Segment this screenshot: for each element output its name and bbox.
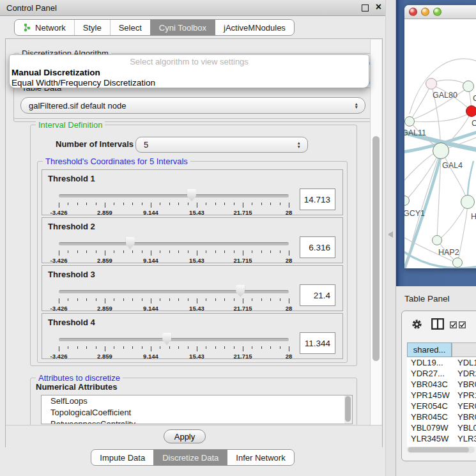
slider-ticks bbox=[59, 346, 289, 352]
cell-shared-name: YBL079W bbox=[407, 423, 452, 433]
slider-thumb[interactable] bbox=[162, 333, 171, 345]
network-node[interactable] bbox=[404, 116, 415, 127]
threshold-label: Threshold 2 bbox=[48, 222, 95, 231]
cell-shared-name: YPR145W bbox=[407, 390, 452, 400]
slider-track[interactable] bbox=[59, 338, 289, 341]
table-panel-title: Table Panel bbox=[404, 294, 450, 303]
app-root: Control Panel × NetworkStyleSelectCyni T… bbox=[0, 0, 476, 476]
algorithm-dropdown-popup: Select algorithm to view settings Manual… bbox=[9, 54, 369, 88]
network-node[interactable] bbox=[432, 235, 442, 245]
cell-shared-name: YDR27... bbox=[407, 369, 452, 378]
table-header-row: shared...na bbox=[407, 342, 476, 357]
table-row[interactable]: YER054CYER0 bbox=[407, 401, 476, 411]
panel-splitter[interactable] bbox=[385, 0, 396, 476]
network-node[interactable] bbox=[452, 257, 463, 268]
network-node[interactable] bbox=[426, 78, 437, 89]
network-node[interactable] bbox=[433, 142, 449, 159]
bottom-tab-row: Impute DataDiscretize DataInfer Network bbox=[0, 447, 385, 476]
tab-network[interactable]: Network bbox=[15, 20, 74, 35]
network-node[interactable] bbox=[461, 195, 475, 209]
number-of-intervals-label: Number of Intervals bbox=[56, 139, 134, 149]
apply-strip: Apply bbox=[6, 425, 382, 447]
threshold-panel: Threshold 2 -3.4262.8599.14415.4321.7152… bbox=[42, 217, 343, 263]
table-row[interactable]: YBR045CYBR0 bbox=[407, 411, 476, 422]
group-title-thresholds: Threshold's Coordinates for 5 Intervals bbox=[43, 157, 190, 166]
slider-track[interactable] bbox=[59, 290, 289, 293]
threshold-slider[interactable]: -3.4262.8599.14415.4321.71528 bbox=[59, 282, 289, 311]
tab-infer-network[interactable]: Infer Network bbox=[227, 450, 293, 465]
threshold-slider[interactable]: -3.4262.8599.14415.4321.71528 bbox=[59, 234, 289, 263]
zoom-traffic-light-icon[interactable] bbox=[433, 8, 441, 16]
table-data-group: Table Data galFiltered.sif default node … bbox=[13, 88, 371, 119]
network-node-label: GAL11 bbox=[404, 128, 426, 137]
gear-icon[interactable] bbox=[411, 318, 423, 330]
close-traffic-light-icon[interactable] bbox=[409, 8, 417, 16]
slider-thumb[interactable] bbox=[236, 285, 245, 297]
numerical-attributes-label: Numerical Attributes bbox=[36, 382, 117, 392]
scrollbar-thumb[interactable] bbox=[408, 447, 469, 452]
interval-definition-group: Interval Definition Number of Intervals … bbox=[30, 125, 357, 366]
column-header-shared-name[interactable]: shared... bbox=[407, 342, 452, 357]
network-node-label: GCY1 bbox=[404, 209, 425, 218]
group-title-attributes: Attributes to discretize bbox=[36, 373, 123, 383]
slider-thumb[interactable] bbox=[126, 237, 135, 249]
threshold-value-field[interactable]: 21.4 bbox=[300, 284, 335, 306]
network-node[interactable] bbox=[463, 81, 474, 92]
apply-button[interactable]: Apply bbox=[164, 429, 206, 443]
minimize-traffic-light-icon[interactable] bbox=[421, 8, 429, 16]
algorithm-option[interactable]: Manual Discretization bbox=[10, 68, 369, 78]
horizontal-scrollbar[interactable] bbox=[407, 447, 475, 453]
tab-select[interactable]: Select bbox=[110, 20, 150, 35]
slider-tick-labels: -3.4262.8599.14415.4321.71528 bbox=[59, 305, 289, 312]
checkbox-checked-icon[interactable] bbox=[459, 321, 466, 328]
tab-jactivemnodules[interactable]: jActiveMNodules bbox=[215, 20, 294, 35]
slider-track[interactable] bbox=[59, 242, 289, 245]
network-canvas[interactable]: GAL80GCGAL11GAL4GCY1HHAP2 bbox=[404, 19, 476, 268]
table-data-select[interactable]: galFiltered.sif default node ▲▼ bbox=[20, 97, 365, 114]
column-header-name[interactable]: na bbox=[452, 342, 476, 357]
split-columns-icon[interactable] bbox=[431, 318, 444, 330]
tab-style[interactable]: Style bbox=[74, 20, 110, 35]
slider-track[interactable] bbox=[59, 194, 289, 197]
network-node[interactable] bbox=[466, 105, 476, 117]
scrollbar-thumb[interactable] bbox=[372, 136, 380, 361]
right-column: GAL80GCGAL11GAL4GCY1HHAP2 Table Panel bbox=[396, 0, 476, 476]
attribute-item[interactable]: TopologicalCoefficient bbox=[42, 407, 352, 418]
threshold-value-field[interactable]: 6.316 bbox=[300, 236, 335, 258]
threshold-value-field[interactable]: 14.713 bbox=[300, 188, 335, 210]
threshold-value-field[interactable]: 11.344 bbox=[300, 332, 335, 354]
list-scrollbar[interactable] bbox=[344, 395, 352, 424]
slider-thumb[interactable] bbox=[187, 189, 196, 201]
table-row[interactable]: YBR043CYBR0 bbox=[407, 379, 476, 390]
numerical-attributes-list[interactable]: SelfLoopsTopologicalCoefficientBetweenne… bbox=[41, 395, 353, 424]
attribute-item[interactable]: SelfLoops bbox=[42, 395, 352, 407]
close-icon[interactable]: × bbox=[376, 1, 381, 13]
table-row[interactable]: YDR27...YDR2 bbox=[407, 368, 476, 379]
table-row[interactable]: YPR145WYPR1 bbox=[407, 390, 476, 401]
float-window-icon[interactable] bbox=[362, 4, 369, 12]
slider-ticks bbox=[59, 203, 289, 208]
checkbox-checked-icon[interactable] bbox=[450, 321, 457, 328]
tab-label: Impute Data bbox=[100, 453, 145, 463]
group-title-interval: Interval Definition bbox=[36, 120, 105, 130]
tab-cyni-toolbox[interactable]: Cyni Toolbox bbox=[150, 20, 215, 35]
table-row[interactable]: YDL19...YDL1 bbox=[407, 357, 476, 368]
algorithm-option[interactable]: Equal Width/Frequency Discretization bbox=[10, 78, 369, 88]
attribute-item[interactable]: BetweennessCentrality bbox=[42, 418, 352, 424]
cell-shared-name: YLR345W bbox=[407, 434, 452, 443]
table-body: YDL19...YDL1YDR27...YDR2YBR043CYBR0YPR14… bbox=[407, 357, 476, 447]
threshold-slider[interactable]: -3.4262.8599.14415.4321.71528 bbox=[59, 187, 289, 215]
network-window-titlebar[interactable] bbox=[404, 5, 476, 19]
number-of-intervals-select[interactable]: 5 ▲▼ bbox=[135, 137, 308, 153]
tab-impute-data[interactable]: Impute Data bbox=[91, 450, 153, 465]
top-tab-row: NetworkStyleSelectCyni ToolboxjActiveMNo… bbox=[0, 16, 385, 38]
table-row[interactable]: YBL079WYBL0 bbox=[407, 422, 476, 433]
cell-name: YLR3 bbox=[452, 434, 476, 443]
table-toolbar bbox=[402, 311, 476, 341]
scrollbar-thumb[interactable] bbox=[345, 396, 351, 422]
network-node-label: GAL80 bbox=[433, 91, 457, 100]
tab-discretize-data[interactable]: Discretize Data bbox=[153, 450, 227, 465]
table-row[interactable]: YLR345WYLR3 bbox=[407, 433, 476, 444]
panel-vertical-scrollbar[interactable] bbox=[370, 40, 381, 446]
threshold-slider[interactable]: -3.4262.8599.14415.4321.71528 bbox=[59, 330, 289, 358]
